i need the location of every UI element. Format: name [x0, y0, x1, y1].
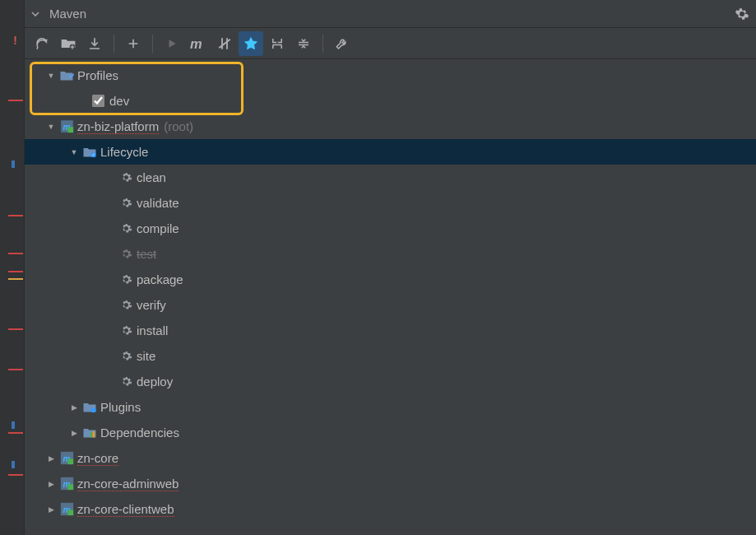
refresh-button[interactable]	[30, 31, 54, 56]
phase-label: validate	[137, 196, 179, 210]
phase-label: compile	[137, 221, 179, 235]
maven-tree[interactable]: ▼ Profiles ▶ dev ▼ m zn-biz-platform(roo…	[25, 59, 756, 535]
execute-goal-button[interactable]: m	[186, 31, 211, 56]
profiles-label: Profiles	[77, 68, 118, 82]
panel-title: Maven	[49, 7, 86, 21]
folder-profiles-icon	[58, 69, 76, 81]
gutter-mark	[12, 160, 15, 168]
gutter-mark	[8, 432, 23, 434]
phase-site[interactable]: • site	[25, 343, 756, 369]
panel-header: Maven	[25, 0, 756, 28]
toolbar-separator	[322, 35, 323, 53]
phase-validate[interactable]: • validate	[25, 190, 756, 216]
gear-icon	[117, 273, 135, 286]
error-indicator-icon: !	[13, 33, 25, 44]
expand-arrow-icon[interactable]: ▶	[44, 480, 58, 488]
phase-label: site	[137, 349, 155, 363]
skip-tests-toggle[interactable]	[239, 31, 263, 56]
profile-dev-label: dev	[109, 94, 129, 108]
module-label: zn-core	[77, 451, 118, 465]
gutter-mark	[12, 421, 15, 429]
dependencies-node[interactable]: ▶ Dependencies	[25, 420, 756, 445]
toggle-offline-button[interactable]	[212, 31, 237, 56]
svg-text:m: m	[190, 36, 202, 51]
svg-rect-18	[67, 509, 73, 515]
expand-arrow-icon[interactable]: ▼	[44, 72, 58, 80]
add-project-button[interactable]	[121, 31, 146, 56]
module-label: zn-core-clientweb	[77, 502, 174, 516]
profile-dev-checkbox[interactable]	[92, 95, 104, 107]
gear-icon	[117, 248, 135, 260]
gutter-mark	[8, 215, 23, 216]
maven-settings-button[interactable]	[330, 31, 355, 56]
folder-deps-icon	[81, 426, 99, 439]
phase-verify[interactable]: • verify	[25, 292, 756, 318]
maven-module-icon: m	[58, 451, 76, 465]
gutter-mark	[8, 271, 23, 272]
dependencies-label: Dependencies	[100, 426, 179, 440]
svg-rect-12	[67, 458, 73, 464]
project-root-node[interactable]: ▼ m zn-biz-platform(root)	[25, 114, 756, 139]
svg-rect-9	[93, 431, 95, 438]
download-sources-button[interactable]	[82, 31, 107, 56]
expand-arrow-icon[interactable]: ▶	[67, 403, 81, 412]
project-root-label: zn-biz-platform(root)	[77, 119, 193, 133]
module-label: zn-core-adminweb	[77, 477, 179, 491]
plugins-label: Plugins	[100, 400, 141, 414]
gutter-mark	[8, 253, 23, 254]
phase-label: clean	[137, 170, 166, 184]
gear-icon	[117, 171, 135, 184]
phase-test[interactable]: • test	[25, 241, 756, 267]
expand-arrow-icon[interactable]: ▶	[44, 454, 58, 463]
collapse-panel-button[interactable]	[28, 7, 43, 21]
show-dependencies-button[interactable]	[265, 31, 290, 56]
phase-clean[interactable]: • clean	[25, 165, 756, 190]
gear-icon	[117, 375, 135, 388]
phase-label: test	[137, 247, 156, 261]
gutter-mark	[12, 461, 15, 468]
phase-deploy[interactable]: • deploy	[25, 369, 756, 394]
phase-label: package	[137, 272, 183, 286]
collapse-all-button[interactable]	[291, 31, 316, 56]
folder-lifecycle-icon	[81, 146, 99, 158]
toolbar-separator	[114, 35, 114, 53]
expand-arrow-icon[interactable]: ▼	[44, 123, 58, 131]
profile-dev[interactable]: ▶ dev	[25, 88, 756, 114]
maven-module-icon: m	[58, 477, 76, 491]
profiles-node[interactable]: ▼ Profiles	[25, 63, 756, 88]
plugins-node[interactable]: ▶ Plugins	[25, 394, 756, 420]
gutter-mark	[8, 328, 23, 330]
panel-settings-button[interactable]	[735, 7, 749, 21]
maven-module-icon: m	[58, 119, 76, 133]
gear-icon	[117, 350, 135, 362]
phase-label: verify	[137, 298, 166, 312]
lifecycle-node[interactable]: ▼ Lifecycle	[25, 139, 756, 165]
maven-module-icon: m	[58, 502, 76, 516]
phase-install[interactable]: • install	[25, 318, 756, 343]
gear-icon	[117, 222, 135, 235]
phase-label: deploy	[137, 374, 173, 388]
gear-icon	[117, 324, 135, 337]
lifecycle-label: Lifecycle	[100, 145, 148, 159]
phase-package[interactable]: • package	[25, 267, 756, 292]
svg-rect-15	[67, 484, 73, 490]
phase-label: install	[137, 323, 168, 337]
run-button[interactable]	[160, 31, 184, 56]
maven-toolbar: m	[25, 28, 756, 59]
expand-arrow-icon[interactable]: ▼	[67, 148, 81, 156]
expand-arrow-icon[interactable]: ▶	[44, 505, 58, 514]
generate-sources-button[interactable]	[56, 31, 81, 56]
gear-icon	[117, 197, 135, 209]
module-zn-core[interactable]: ▶ m zn-core	[25, 445, 756, 471]
module-zn-core-clientweb[interactable]: ▶ m zn-core-clientweb	[25, 496, 756, 522]
maven-tool-window: Maven m	[25, 0, 756, 535]
phase-compile[interactable]: • compile	[25, 216, 756, 241]
gear-icon	[117, 299, 135, 311]
expand-arrow-icon[interactable]: ▶	[67, 429, 81, 437]
svg-point-7	[91, 407, 96, 412]
toolbar-separator	[152, 35, 153, 53]
gutter-mark	[8, 474, 23, 476]
module-zn-core-adminweb[interactable]: ▶ m zn-core-adminweb	[25, 471, 756, 496]
folder-plugins-icon	[81, 401, 99, 413]
svg-rect-8	[90, 433, 92, 438]
